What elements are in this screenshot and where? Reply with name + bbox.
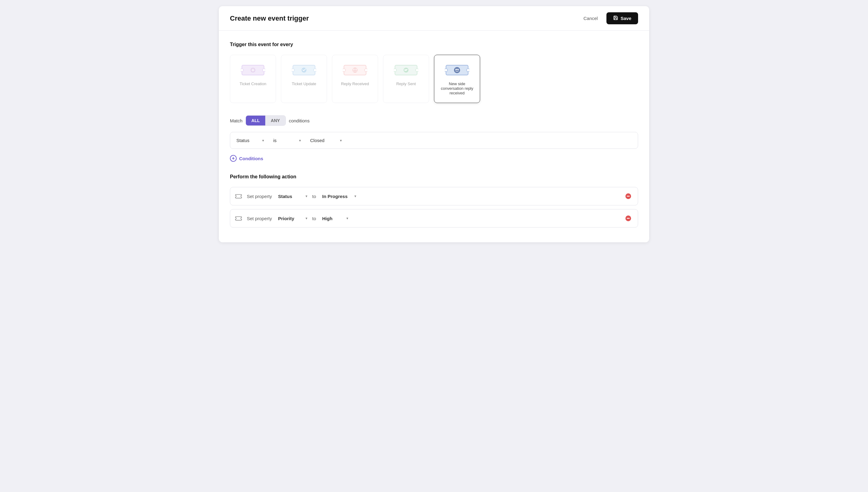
page-header: Create new event trigger Cancel Save (219, 6, 649, 31)
svg-point-8 (313, 69, 316, 72)
reply-sent-label: Reply Sent (396, 81, 416, 86)
svg-point-7 (292, 69, 295, 72)
action-0-field-select[interactable]: Status Priority Assignee (275, 188, 310, 204)
add-conditions-button[interactable]: + Conditions (230, 152, 638, 164)
condition-operator-wrapper: is is not contains ▾ (267, 132, 304, 149)
action-1-to-label: to (310, 210, 319, 227)
action-1-value-select[interactable]: High Low Medium Critical (318, 210, 351, 227)
match-any-button[interactable]: ANY (265, 116, 285, 125)
save-icon (613, 16, 618, 21)
match-conditions-label: conditions (289, 118, 310, 123)
svg-point-1 (241, 69, 244, 72)
trigger-section: Trigger this event for every (230, 42, 638, 103)
trigger-card-reply-sent[interactable]: Reply Sent (383, 55, 429, 103)
reply-received-label: Reply Received (341, 81, 369, 86)
svg-point-22 (466, 69, 469, 72)
cancel-button[interactable]: Cancel (579, 13, 603, 23)
trigger-card-ticket-creation[interactable]: Ticket Creation (230, 55, 276, 103)
action-1-remove-button[interactable] (619, 210, 638, 227)
svg-point-11 (343, 69, 346, 72)
reply-sent-icon (394, 63, 418, 78)
svg-point-17 (415, 69, 418, 72)
condition-value-wrapper: Closed Open In Progress Pending ▾ (304, 132, 345, 149)
action-0-value-select[interactable]: In Progress Open Closed Pending (318, 188, 359, 204)
trigger-card-new-side-conversation[interactable]: New side conversation reply received (434, 55, 480, 103)
action-1-field-wrapper: Priority Status Assignee ▾ (275, 210, 310, 227)
action-1-field-select[interactable]: Priority Status Assignee (275, 210, 310, 227)
action-0-icon (230, 187, 247, 205)
actions-section: Perform the following action Set propert… (230, 174, 638, 227)
svg-point-32 (235, 217, 236, 219)
main-content: Trigger this event for every (219, 31, 649, 242)
match-row: Match ALL ANY conditions (230, 115, 638, 126)
action-1-icon (230, 210, 247, 227)
action-0-field-wrapper: Status Priority Assignee ▾ (275, 188, 310, 204)
trigger-card-ticket-update[interactable]: Ticket Update (281, 55, 327, 103)
reply-received-icon (343, 63, 367, 78)
action-1-value-wrapper: High Low Medium Critical ▾ (318, 210, 351, 227)
trigger-card-reply-received[interactable]: Reply Received (332, 55, 378, 103)
action-row-1: Set property Priority Status Assignee ▾ … (230, 209, 638, 227)
condition-field-select[interactable]: Status Priority Assignee (230, 132, 267, 149)
match-all-button[interactable]: ALL (246, 116, 265, 125)
svg-point-33 (241, 217, 242, 219)
action-1-set-property-label: Set property (247, 210, 275, 227)
match-toggle: ALL ANY (246, 115, 286, 126)
add-conditions-icon: + (230, 155, 237, 162)
svg-point-12 (364, 69, 367, 72)
svg-point-25 (457, 69, 459, 70)
new-side-conversation-label: New side conversation reply received (440, 81, 474, 95)
actions-section-title: Perform the following action (230, 174, 638, 179)
svg-point-28 (241, 195, 242, 197)
action-0-remove-button[interactable] (619, 187, 638, 205)
add-conditions-label: Conditions (239, 156, 263, 161)
condition-value-select[interactable]: Closed Open In Progress Pending (304, 132, 345, 149)
svg-point-23 (454, 67, 460, 73)
header-actions: Cancel Save (579, 12, 638, 24)
action-0-value-wrapper: In Progress Open Closed Pending ▾ (318, 188, 359, 204)
condition-field-wrapper: Status Priority Assignee ▾ (230, 132, 267, 149)
svg-point-2 (262, 69, 265, 72)
match-label: Match (230, 118, 242, 123)
ticket-update-label: Ticket Update (292, 81, 316, 86)
save-button[interactable]: Save (607, 12, 638, 24)
svg-point-24 (456, 69, 457, 70)
page-title: Create new event trigger (230, 15, 309, 22)
trigger-section-title: Trigger this event for every (230, 42, 638, 47)
condition-row-0: Status Priority Assignee ▾ is is not con… (230, 132, 638, 149)
new-side-conversation-icon (445, 63, 469, 78)
trigger-cards-container: Ticket Creation Ticket Update (230, 55, 638, 103)
action-row-0: Set property Status Priority Assignee ▾ … (230, 187, 638, 205)
action-0-to-label: to (310, 188, 319, 204)
svg-point-16 (394, 69, 397, 72)
ticket-creation-icon (241, 63, 265, 78)
svg-point-21 (445, 69, 448, 72)
action-0-set-property-label: Set property (247, 188, 275, 204)
condition-operator-select[interactable]: is is not contains (267, 132, 304, 149)
svg-point-27 (235, 195, 236, 197)
ticket-creation-label: Ticket Creation (240, 81, 266, 86)
ticket-update-icon (292, 63, 316, 78)
